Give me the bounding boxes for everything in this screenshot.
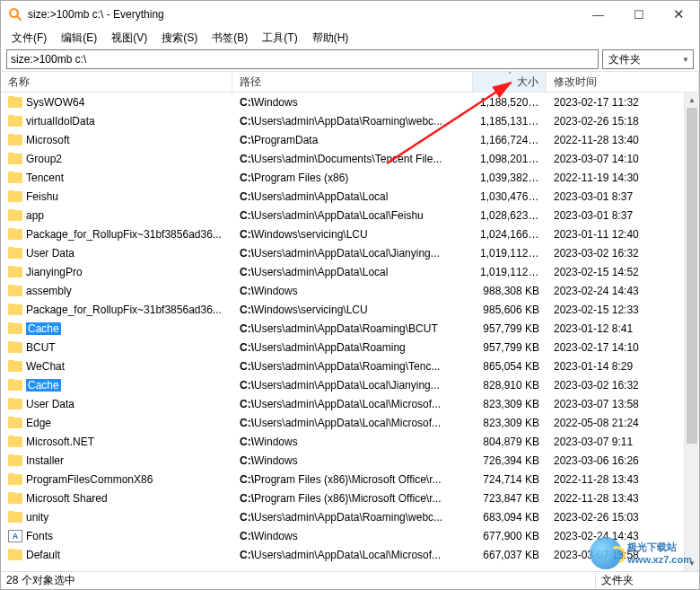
fonts-icon: A [8,530,22,542]
folder-icon [8,323,22,334]
filter-dropdown[interactable]: 文件夹 ▼ [602,49,694,69]
menu-edit[interactable]: 编辑(E) [54,29,104,48]
status-selection: 28 个对象选中 [6,573,595,588]
cell-name: Package_for_RollupFix~31bf3856ad36... [1,304,232,316]
cell-path: C:\Windows [232,96,473,109]
table-row[interactable]: DefaultC:\Users\admin\AppData\Local\Micr… [1,545,699,564]
cell-size: 957,799 KB [473,322,547,335]
scroll-track[interactable] [685,108,699,556]
cell-date: 2022-11-28 13:43 [547,473,699,486]
svg-line-1 [17,16,21,20]
table-row[interactable]: ProgramFilesCommonX86C:\Program Files (x… [1,470,699,489]
cell-date: 2023-02-15 14:52 [547,266,699,278]
search-row: 文件夹 ▼ [1,48,699,71]
cell-path: C:\Users\admin\AppData\Roaming\webc... [232,511,473,524]
cell-name: Group2 [1,153,232,165]
menu-help[interactable]: 帮助(H) [305,29,356,48]
table-row[interactable]: SysWOW64C:\Windows1,188,520 KB2023-02-17… [1,92,699,111]
cell-size: 1,166,724 KB [473,134,547,146]
folder-icon [8,493,22,504]
folder-icon [8,512,22,523]
file-name: ProgramFilesCommonX86 [26,473,153,486]
cell-name: JianyingPro [1,266,232,278]
scroll-up-icon[interactable]: ▲ [685,92,699,108]
cell-name: Cache [1,322,232,335]
menu-tools[interactable]: 工具(T) [255,29,304,48]
cell-size: 828,910 KB [473,379,547,392]
cell-size: 723,847 KB [473,492,547,505]
table-row[interactable]: Microsoft.NETC:\Windows804,879 KB2023-03… [1,432,699,451]
window-title: size:>100mb c:\ - Everything [28,8,578,21]
status-bar: 28 个对象选中 文件夹 [1,571,699,589]
window-controls: — ☐ ✕ [578,1,699,28]
cell-date: 2023-03-07 14:10 [547,153,699,165]
cell-size: 1,039,382 KB [473,172,547,184]
filter-label: 文件夹 [608,52,641,67]
column-size[interactable]: ˅ 大小 [473,72,547,92]
cell-name: Package_for_RollupFix~31bf3856ad36... [1,228,232,241]
vertical-scrollbar[interactable]: ▲ ▼ [684,92,699,571]
table-row[interactable]: TencentC:\Program Files (x86)1,039,382 K… [1,168,699,187]
cell-date: 2023-01-12 8:41 [547,322,699,335]
maximize-button[interactable]: ☐ [618,1,659,28]
table-row[interactable]: User DataC:\Users\admin\AppData\Local\Mi… [1,394,699,413]
table-row[interactable]: Microsoft SharedC:\Program Files (x86)\M… [1,489,699,507]
menu-bookmark[interactable]: 书签(B) [205,29,255,48]
table-row[interactable]: FeishuC:\Users\admin\AppData\Local1,030,… [1,187,699,206]
folder-icon [8,172,22,183]
cell-size: 683,094 KB [473,511,547,524]
cell-date: 2023-02-15 12:33 [547,304,699,316]
cell-name: virtualIdolData [1,115,232,128]
file-name: Feishu [26,190,58,203]
table-row[interactable]: CacheC:\Users\admin\AppData\Local\Jianyi… [1,375,699,394]
cell-size: 1,188,520 KB [473,96,547,109]
table-row[interactable]: Package_for_RollupFix~31bf3856ad36...C:\… [1,225,699,243]
menu-file[interactable]: 文件(F) [4,29,54,48]
cell-size: 1,028,623 KB [473,209,547,222]
cell-name: AFonts [1,530,232,542]
cell-date: 2023-03-02 16:32 [547,247,699,260]
scroll-down-icon[interactable]: ▼ [685,556,699,571]
cell-date: 2022-11-19 14:30 [547,172,699,184]
table-row[interactable]: appC:\Users\admin\AppData\Local\Feishu1,… [1,206,699,225]
cell-size: 823,309 KB [473,398,547,410]
table-row[interactable]: unityC:\Users\admin\AppData\Roaming\webc… [1,507,699,526]
cell-date: 2023-01-11 12:40 [547,228,699,241]
cell-path: C:\Users\admin\AppData\Local [232,266,473,278]
table-row[interactable]: MicrosoftC:\ProgramData1,166,724 KB2022-… [1,130,699,149]
table-row[interactable]: InstallerC:\Windows726,394 KB2023-03-06 … [1,451,699,470]
table-row[interactable]: Package_for_RollupFix~31bf3856ad36...C:\… [1,300,699,319]
cell-date: 2023-02-17 14:10 [547,341,699,354]
column-date[interactable]: 修改时间 [547,72,699,92]
cell-date: 2022-11-28 13:43 [547,492,699,505]
table-row[interactable]: assemblyC:\Windows988,308 KB2023-02-24 1… [1,281,699,300]
menu-search[interactable]: 搜索(S) [154,29,205,48]
table-row[interactable]: AFontsC:\Windows677,900 KB2023-02-24 14:… [1,526,699,545]
table-row[interactable]: BCUTC:\Users\admin\AppData\Roaming957,79… [1,338,699,357]
cell-size: 1,024,166 KB [473,228,547,241]
cell-size: 1,185,131 KB [473,115,547,128]
menu-view[interactable]: 视图(V) [104,29,154,48]
table-row[interactable]: WeChatC:\Users\admin\AppData\Roaming\Ten… [1,357,699,375]
table-row[interactable]: virtualIdolDataC:\Users\admin\AppData\Ro… [1,111,699,130]
folder-icon [8,229,22,240]
file-name: virtualIdolData [26,115,95,128]
cell-size: 1,019,112 KB [473,247,547,260]
scroll-thumb[interactable] [687,108,697,444]
table-row[interactable]: User DataC:\Users\admin\AppData\Local\Ji… [1,243,699,262]
column-name[interactable]: 名称 [1,72,232,92]
table-row[interactable]: JianyingProC:\Users\admin\AppData\Local1… [1,262,699,281]
column-path[interactable]: 路径 [232,72,473,92]
minimize-button[interactable]: — [578,1,618,28]
close-button[interactable]: ✕ [659,1,699,28]
table-row[interactable]: EdgeC:\Users\admin\AppData\Local\Microso… [1,413,699,432]
cell-size: 823,309 KB [473,417,547,429]
cell-size: 988,308 KB [473,285,547,297]
folder-icon [8,154,22,164]
search-input[interactable] [6,49,599,69]
cell-path: C:\Windows\servicing\LCU [232,304,473,316]
table-row[interactable]: CacheC:\Users\admin\AppData\Roaming\BCUT… [1,319,699,338]
table-row[interactable]: Group2C:\Users\admin\Documents\Tencent F… [1,149,699,168]
cell-name: Tencent [1,172,232,184]
file-name: Microsoft.NET [26,436,94,448]
